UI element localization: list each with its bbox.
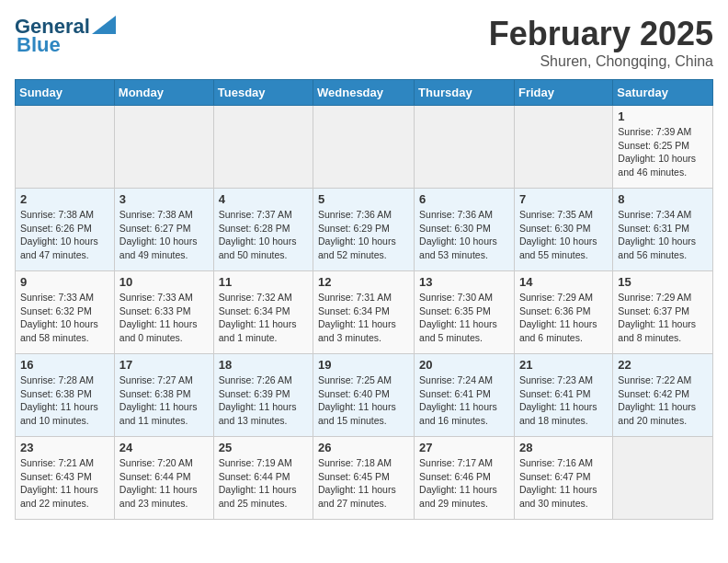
logo-icon [92,16,116,34]
day-number: 27 [419,441,509,454]
day-number: 24 [119,441,209,454]
day-info: Sunrise: 7:35 AM Sunset: 6:30 PM Dayligh… [519,208,608,262]
day-info: Sunrise: 7:36 AM Sunset: 6:29 PM Dayligh… [318,208,409,262]
day-number: 13 [419,275,509,289]
weekday-thursday: Thursday [415,80,515,106]
day-cell: 24Sunrise: 7:20 AM Sunset: 6:44 PM Dayli… [114,437,213,520]
day-info: Sunrise: 7:19 AM Sunset: 6:44 PM Dayligh… [219,456,308,511]
day-info: Sunrise: 7:27 AM Sunset: 6:38 PM Dayligh… [119,373,209,428]
day-cell: 1Sunrise: 7:39 AM Sunset: 6:25 PM Daylig… [613,106,713,189]
day-info: Sunrise: 7:18 AM Sunset: 6:45 PM Dayligh… [318,456,409,511]
day-number: 15 [618,275,708,289]
day-number: 7 [519,192,608,206]
day-number: 20 [419,358,509,372]
day-cell: 3Sunrise: 7:38 AM Sunset: 6:27 PM Daylig… [114,189,213,271]
day-info: Sunrise: 7:21 AM Sunset: 6:43 PM Dayligh… [20,456,109,511]
day-cell: 20Sunrise: 7:24 AM Sunset: 6:41 PM Dayli… [415,354,515,437]
day-info: Sunrise: 7:38 AM Sunset: 6:26 PM Dayligh… [20,208,109,262]
day-info: Sunrise: 7:39 AM Sunset: 6:25 PM Dayligh… [618,125,708,179]
day-number: 6 [419,192,509,206]
day-cell: 18Sunrise: 7:26 AM Sunset: 6:39 PM Dayli… [213,354,313,437]
day-number: 5 [318,192,409,206]
day-cell: 22Sunrise: 7:22 AM Sunset: 6:42 PM Dayli… [613,354,713,437]
day-number: 16 [20,358,109,372]
day-number: 14 [519,275,608,289]
weekday-wednesday: Wednesday [313,80,415,106]
day-cell: 23Sunrise: 7:21 AM Sunset: 6:43 PM Dayli… [16,437,115,520]
day-cell: 9Sunrise: 7:33 AM Sunset: 6:32 PM Daylig… [16,271,115,354]
weekday-friday: Friday [514,80,612,106]
day-info: Sunrise: 7:29 AM Sunset: 6:37 PM Dayligh… [618,291,708,345]
day-info: Sunrise: 7:38 AM Sunset: 6:27 PM Dayligh… [119,208,209,262]
day-cell [114,106,213,189]
day-cell: 28Sunrise: 7:16 AM Sunset: 6:47 PM Dayli… [514,437,612,520]
day-info: Sunrise: 7:23 AM Sunset: 6:41 PM Dayligh… [519,373,608,428]
day-number: 11 [219,275,308,289]
week-row-5: 23Sunrise: 7:21 AM Sunset: 6:43 PM Dayli… [16,437,713,520]
calendar-subtitle: Shuren, Chongqing, China [489,53,713,70]
header: General Blue February 2025 Shuren, Chong… [15,15,713,70]
calendar-table: SundayMondayTuesdayWednesdayThursdayFrid… [15,79,713,520]
day-cell: 5Sunrise: 7:36 AM Sunset: 6:29 PM Daylig… [313,189,415,271]
day-info: Sunrise: 7:17 AM Sunset: 6:46 PM Dayligh… [419,456,509,511]
day-info: Sunrise: 7:28 AM Sunset: 6:38 PM Dayligh… [20,373,109,428]
day-cell: 10Sunrise: 7:33 AM Sunset: 6:33 PM Dayli… [114,271,213,354]
day-cell: 27Sunrise: 7:17 AM Sunset: 6:46 PM Dayli… [415,437,515,520]
week-row-2: 2Sunrise: 7:38 AM Sunset: 6:26 PM Daylig… [16,189,713,271]
day-info: Sunrise: 7:29 AM Sunset: 6:36 PM Dayligh… [519,291,608,345]
day-cell: 8Sunrise: 7:34 AM Sunset: 6:31 PM Daylig… [613,189,713,271]
day-number: 19 [318,358,409,372]
weekday-sunday: Sunday [16,80,115,106]
day-cell: 17Sunrise: 7:27 AM Sunset: 6:38 PM Dayli… [114,354,213,437]
day-number: 28 [519,441,608,454]
day-cell: 21Sunrise: 7:23 AM Sunset: 6:41 PM Dayli… [514,354,612,437]
day-cell: 15Sunrise: 7:29 AM Sunset: 6:37 PM Dayli… [613,271,713,354]
day-number: 8 [618,192,708,206]
day-info: Sunrise: 7:34 AM Sunset: 6:31 PM Dayligh… [618,208,708,262]
weekday-monday: Monday [114,80,213,106]
day-info: Sunrise: 7:31 AM Sunset: 6:34 PM Dayligh… [318,291,409,345]
day-cell [213,106,313,189]
calendar-title: February 2025 [489,15,713,53]
day-number: 3 [119,192,209,206]
weekday-row: SundayMondayTuesdayWednesdayThursdayFrid… [16,80,713,106]
day-number: 23 [20,441,109,454]
day-number: 26 [318,441,409,454]
day-info: Sunrise: 7:24 AM Sunset: 6:41 PM Dayligh… [419,373,509,428]
day-number: 10 [119,275,209,289]
day-info: Sunrise: 7:33 AM Sunset: 6:33 PM Dayligh… [119,291,209,345]
day-info: Sunrise: 7:32 AM Sunset: 6:34 PM Dayligh… [219,291,308,345]
day-info: Sunrise: 7:36 AM Sunset: 6:30 PM Dayligh… [419,208,509,262]
day-cell [16,106,115,189]
day-number: 22 [618,358,708,372]
day-cell: 4Sunrise: 7:37 AM Sunset: 6:28 PM Daylig… [213,189,313,271]
day-cell: 16Sunrise: 7:28 AM Sunset: 6:38 PM Dayli… [16,354,115,437]
week-row-4: 16Sunrise: 7:28 AM Sunset: 6:38 PM Dayli… [16,354,713,437]
week-row-1: 1Sunrise: 7:39 AM Sunset: 6:25 PM Daylig… [16,106,713,189]
day-number: 9 [20,275,109,289]
day-number: 21 [519,358,608,372]
weekday-tuesday: Tuesday [213,80,313,106]
day-number: 18 [219,358,308,372]
day-number: 17 [119,358,209,372]
day-cell: 14Sunrise: 7:29 AM Sunset: 6:36 PM Dayli… [514,271,612,354]
day-number: 4 [219,192,308,206]
day-cell: 19Sunrise: 7:25 AM Sunset: 6:40 PM Dayli… [313,354,415,437]
day-cell: 26Sunrise: 7:18 AM Sunset: 6:45 PM Dayli… [313,437,415,520]
day-cell: 25Sunrise: 7:19 AM Sunset: 6:44 PM Dayli… [213,437,313,520]
day-info: Sunrise: 7:16 AM Sunset: 6:47 PM Dayligh… [519,456,608,511]
day-cell: 2Sunrise: 7:38 AM Sunset: 6:26 PM Daylig… [16,189,115,271]
day-cell: 7Sunrise: 7:35 AM Sunset: 6:30 PM Daylig… [514,189,612,271]
day-info: Sunrise: 7:30 AM Sunset: 6:35 PM Dayligh… [419,291,509,345]
day-cell [415,106,515,189]
day-cell: 6Sunrise: 7:36 AM Sunset: 6:30 PM Daylig… [415,189,515,271]
day-cell: 12Sunrise: 7:31 AM Sunset: 6:34 PM Dayli… [313,271,415,354]
day-info: Sunrise: 7:33 AM Sunset: 6:32 PM Dayligh… [20,291,109,345]
calendar-body: 1Sunrise: 7:39 AM Sunset: 6:25 PM Daylig… [16,106,713,520]
day-number: 2 [20,192,109,206]
day-number: 25 [219,441,308,454]
calendar-header: SundayMondayTuesdayWednesdayThursdayFrid… [16,80,713,106]
day-number: 12 [318,275,409,289]
weekday-saturday: Saturday [613,80,713,106]
logo: General Blue [15,15,116,57]
